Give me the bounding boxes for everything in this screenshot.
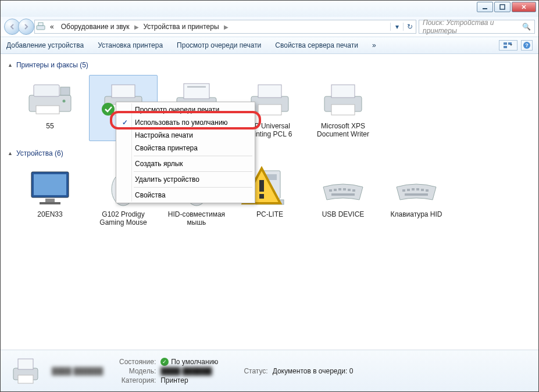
address-row: « Оборудование и звук ▶ Устройства и при… <box>1 17 538 37</box>
svg-rect-5 <box>504 46 507 48</box>
context-menu: Просмотр очереди печати ✓Использовать по… <box>116 102 255 203</box>
svg-rect-2 <box>37 26 45 30</box>
search-placeholder: Поиск: Устройства и принтеры <box>423 19 522 35</box>
svg-rect-54 <box>416 188 419 190</box>
breadcrumb-prefix: « <box>47 20 58 33</box>
svg-rect-47 <box>343 188 346 190</box>
svg-rect-56 <box>426 189 429 192</box>
collapse-arrow-icon: ▲ <box>8 150 13 156</box>
svg-rect-3 <box>38 23 43 26</box>
add-device-button[interactable]: Добавление устройства <box>6 41 84 49</box>
forward-button[interactable] <box>18 19 34 35</box>
breadcrumb-hardware-sound[interactable]: Оборудование и звук <box>58 20 133 33</box>
ctx-properties[interactable]: Свойства <box>117 189 254 202</box>
print-server-properties-button[interactable]: Свойства сервера печати <box>275 41 358 49</box>
svg-rect-13 <box>36 106 59 114</box>
dropdown-chevron-icon[interactable]: ▾ <box>390 23 403 31</box>
device-item[interactable]: 20EN33 <box>16 163 84 229</box>
checkmark-icon: ✓ <box>122 118 128 127</box>
chevron-right-icon: ▶ <box>223 24 230 30</box>
add-printer-button[interactable]: Установка принтера <box>98 41 163 49</box>
svg-point-17 <box>102 103 115 116</box>
details-pane: ████ ██████ Состояние: ✓По умолчанию Мод… <box>1 350 538 391</box>
close-button[interactable] <box>512 2 536 12</box>
printer-item[interactable]: 55 <box>16 75 84 141</box>
chevron-right-icon: ▶ <box>133 24 140 30</box>
details-state-value: ✓По умолчанию <box>160 358 218 366</box>
svg-rect-31 <box>40 202 60 204</box>
view-print-queue-button[interactable]: Просмотр очереди печати <box>177 41 261 49</box>
item-label: HID-совместимая мышь <box>165 210 228 226</box>
svg-rect-48 <box>348 189 351 191</box>
details-status-label: Статус: <box>244 367 267 375</box>
device-item[interactable]: USB DEVICE <box>309 163 377 229</box>
printer-item[interactable]: Microsoft XPS Document Writer <box>309 75 377 141</box>
search-input[interactable]: Поиск: Устройства и принтеры 🔍 <box>419 20 535 34</box>
devices-icon <box>35 21 47 33</box>
svg-rect-26 <box>331 85 355 98</box>
details-model-value: ████ ██████ <box>160 367 218 375</box>
item-label: Microsoft XPS Document Writer <box>312 122 374 138</box>
svg-rect-19 <box>184 84 209 99</box>
svg-rect-45 <box>334 189 337 191</box>
address-bar[interactable]: « Оборудование и звук ▶ Устройства и при… <box>34 20 416 34</box>
collapse-arrow-icon: ▲ <box>8 62 13 68</box>
svg-rect-29 <box>34 174 66 195</box>
svg-text:?: ? <box>525 42 529 48</box>
item-label: 20EN33 <box>37 210 62 218</box>
ctx-print-prefs[interactable]: Настройка печати <box>117 129 254 142</box>
item-label: PC-LITE <box>256 210 283 218</box>
svg-rect-23 <box>258 85 281 98</box>
minimize-button[interactable] <box>477 2 493 12</box>
keyboard-icon <box>388 166 444 208</box>
printer-icon <box>315 78 371 120</box>
refresh-button[interactable]: ↻ <box>403 23 416 31</box>
printer-icon <box>9 354 42 388</box>
svg-rect-43 <box>259 194 264 199</box>
svg-rect-57 <box>405 193 428 196</box>
svg-rect-59 <box>18 359 33 369</box>
item-label: G102 Prodigy Gaming Mouse <box>92 210 155 226</box>
svg-rect-53 <box>412 188 415 190</box>
view-mode-button[interactable] <box>499 40 517 51</box>
svg-rect-24 <box>258 105 281 115</box>
titlebar <box>1 1 538 17</box>
svg-rect-11 <box>60 87 70 95</box>
maximize-button[interactable] <box>494 2 511 12</box>
svg-rect-4 <box>504 42 507 45</box>
svg-rect-15 <box>112 85 135 98</box>
svg-rect-50 <box>331 193 355 196</box>
svg-rect-60 <box>18 375 33 383</box>
item-label: 55 <box>46 122 53 130</box>
ctx-create-shortcut[interactable]: Создать ярлык <box>117 157 254 170</box>
content-area: ▲ Принтеры и факсы (5) 55 <box>1 54 538 350</box>
ctx-view-queue[interactable]: Просмотр очереди печати <box>117 103 254 116</box>
details-model-label: Модель: <box>119 367 156 375</box>
group-header-printers[interactable]: ▲ Принтеры и факсы (5) <box>8 59 531 71</box>
device-item[interactable]: Клавиатура HID <box>382 163 451 229</box>
breadcrumb-devices-printers[interactable]: Устройства и принтеры <box>140 20 223 33</box>
more-button[interactable]: » <box>372 41 376 49</box>
search-icon: 🔍 <box>522 23 531 31</box>
details-category-label: Категория: <box>119 376 156 384</box>
group-header-devices[interactable]: ▲ Устройства (6) <box>8 147 531 160</box>
svg-rect-52 <box>407 189 410 191</box>
ctx-printer-props[interactable]: Свойства принтера <box>117 142 254 154</box>
group-title: Устройства (6) <box>16 149 63 157</box>
ctx-remove-device[interactable]: Удалить устройство <box>117 173 254 186</box>
svg-rect-42 <box>259 180 264 192</box>
svg-rect-27 <box>331 105 355 115</box>
svg-rect-10 <box>34 85 59 96</box>
details-status-value: Документов в очереди: 0 <box>273 367 354 375</box>
details-state-label: Состояние: <box>119 358 156 366</box>
svg-rect-1 <box>500 5 505 9</box>
details-device-name: ████ ██████ <box>52 367 110 375</box>
svg-rect-44 <box>329 189 332 192</box>
toolbar: Добавление устройства Установка принтера… <box>1 37 538 54</box>
fax-printer-icon <box>22 78 78 120</box>
check-circle-icon: ✓ <box>160 358 169 366</box>
item-label: Клавиатура HID <box>391 210 442 218</box>
monitor-icon <box>22 166 78 208</box>
help-button[interactable]: ? <box>521 40 533 51</box>
ctx-set-default[interactable]: ✓Использовать по умолчанию <box>117 116 254 129</box>
